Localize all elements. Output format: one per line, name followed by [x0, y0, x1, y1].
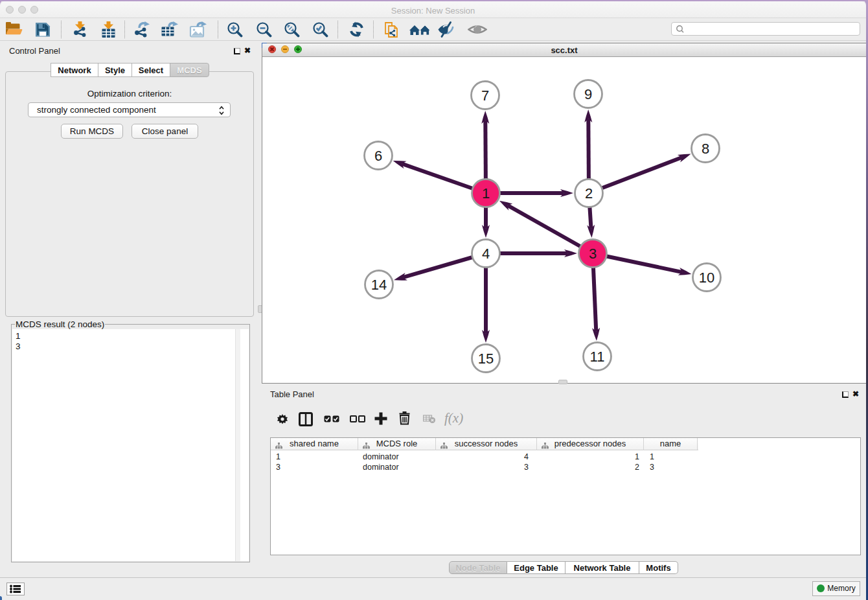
svg-text:3: 3 [589, 246, 597, 262]
svg-text:14: 14 [371, 277, 387, 293]
svg-text:6: 6 [374, 148, 382, 164]
svg-text:8: 8 [702, 141, 709, 157]
svg-text:9: 9 [584, 86, 592, 102]
svg-text:15: 15 [478, 351, 494, 367]
svg-text:2: 2 [585, 185, 593, 202]
svg-text:7: 7 [481, 87, 489, 104]
svg-text:11: 11 [590, 349, 605, 365]
svg-text:1: 1 [482, 185, 490, 202]
svg-text:10: 10 [699, 270, 714, 286]
svg-text:4: 4 [482, 246, 490, 262]
